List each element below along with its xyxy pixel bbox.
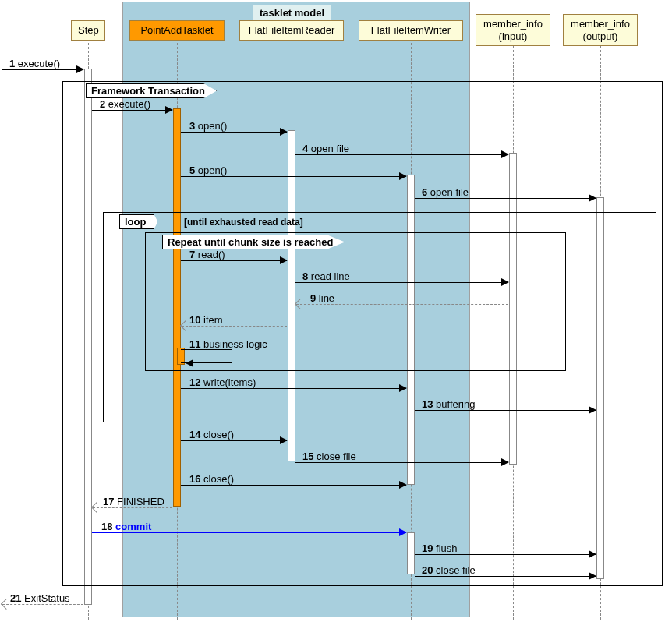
msg-2: 2 execute() <box>100 98 150 110</box>
participant-step: Step <box>71 20 105 41</box>
msg-12: 12 write(items) <box>189 376 256 388</box>
arrowhead-15 <box>501 458 509 466</box>
msg-7: 7 read() <box>189 249 225 260</box>
participant-tasklet: PointAddTasklet <box>129 20 225 41</box>
msg-9: 9 line <box>310 292 334 304</box>
arrow-6 <box>415 198 596 199</box>
arrowhead-12 <box>399 384 407 392</box>
arrow-21 <box>2 604 83 605</box>
arrow-13 <box>415 410 596 411</box>
arrowhead-4 <box>501 150 509 158</box>
arrowhead-16 <box>399 481 407 489</box>
arrow-19 <box>415 554 596 555</box>
arrowhead-5 <box>399 172 407 180</box>
arrowhead-6 <box>589 194 596 202</box>
frame-loop-condition: [until exhausted read data] <box>184 217 303 228</box>
arrow-15 <box>295 462 508 463</box>
arrowhead-14 <box>280 436 288 444</box>
arrow-1 <box>2 69 83 70</box>
msg-13: 13 buffering <box>422 398 475 410</box>
frame-transaction-label: Framework Transaction <box>86 83 217 98</box>
arrowhead-8 <box>501 278 509 286</box>
arrow-17 <box>93 507 172 508</box>
arrow-10 <box>182 326 287 327</box>
msg-5: 5 open() <box>189 164 227 176</box>
arrow-2 <box>92 110 172 111</box>
participant-reader: FlatFileItemReader <box>239 20 344 41</box>
arrow-18 <box>92 532 406 533</box>
arrow-8 <box>295 282 508 283</box>
msg-19: 19 flush <box>422 542 458 554</box>
msg-10: 10 item <box>189 314 223 326</box>
tasklet-model-title: tasklet model <box>253 5 331 21</box>
arrow-14 <box>181 440 287 441</box>
arrow-16 <box>181 485 406 486</box>
msg-4: 4 open file <box>302 143 349 154</box>
arrow-9 <box>296 304 508 305</box>
msg-18: 18 commit <box>101 521 151 532</box>
participant-output: member_info (output) <box>563 14 638 46</box>
arrowhead-1 <box>76 65 84 73</box>
msg-11: 11 business logic <box>189 338 267 350</box>
arrow-20 <box>415 576 596 577</box>
participant-input: member_info (input) <box>476 14 550 46</box>
participant-writer: FlatFileItemWriter <box>359 20 463 41</box>
arrowhead-7 <box>280 256 288 264</box>
arrow-7 <box>181 260 287 261</box>
arrow-3 <box>181 132 287 133</box>
msg-1: 1 execute() <box>9 58 60 69</box>
msg-16: 16 close() <box>189 473 234 485</box>
arrowhead-20 <box>589 572 596 580</box>
arrow-5 <box>181 176 406 177</box>
arrow-12 <box>181 388 406 389</box>
msg-8: 8 read line <box>302 270 350 282</box>
msg-15: 15 close file <box>302 451 356 462</box>
msg-17: 17 FINISHED <box>103 496 164 507</box>
msg-20: 20 close file <box>422 564 476 576</box>
msg-14: 14 close() <box>189 429 234 440</box>
msg-3: 3 open() <box>189 120 227 132</box>
msg-21: 21 ExitStatus <box>10 592 70 604</box>
arrowhead-2 <box>165 106 173 114</box>
frame-repeat-label: Repeat until chunk size is reached <box>162 235 345 249</box>
frame-loop-label: loop <box>119 214 157 229</box>
arrowhead-18 <box>399 528 407 536</box>
arrowhead-13 <box>589 406 596 414</box>
arrowhead-11 <box>186 359 193 367</box>
msg-6: 6 open file <box>422 186 469 198</box>
arrow-4 <box>295 154 508 155</box>
arrowhead-3 <box>280 128 288 136</box>
arrowhead-19 <box>589 550 596 558</box>
